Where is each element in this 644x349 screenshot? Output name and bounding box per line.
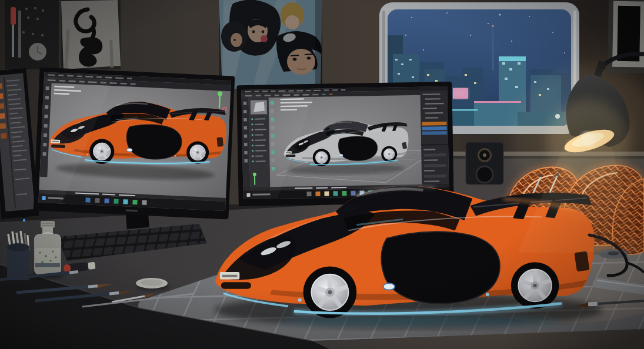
vignette (0, 0, 644, 349)
scene-root (0, 0, 644, 349)
